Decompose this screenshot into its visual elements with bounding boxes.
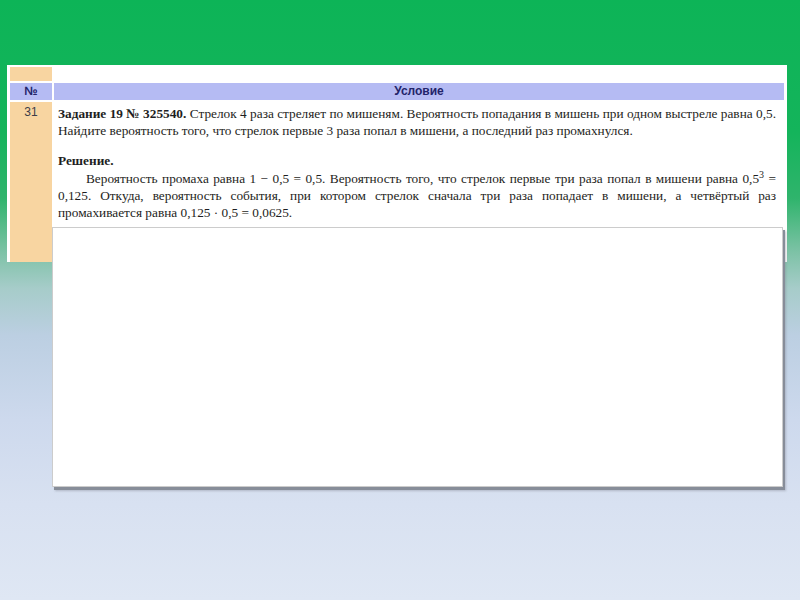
row-number-cell: 31 (10, 102, 52, 262)
solution-heading: Решение. (58, 152, 776, 169)
slide: { "slide": { "background_top_color": "#0… (0, 0, 800, 600)
empty-content-box (52, 227, 783, 487)
table-header-number: № (10, 83, 52, 100)
task-label: Задание 19 № 325540. (58, 106, 186, 121)
solution-paragraph: Вероятность промаха равна 1 − 0,5 = 0,5.… (58, 170, 776, 221)
partial-row-condition-cell (54, 67, 784, 81)
solution-text-before-sup: Вероятность промаха равна 1 − 0,5 = 0,5.… (86, 171, 759, 186)
table-header-condition: Условие (54, 83, 784, 100)
partial-row-number-cell (10, 67, 52, 81)
task-paragraph: Задание 19 № 325540. Стрелок 4 раза стре… (58, 105, 776, 139)
